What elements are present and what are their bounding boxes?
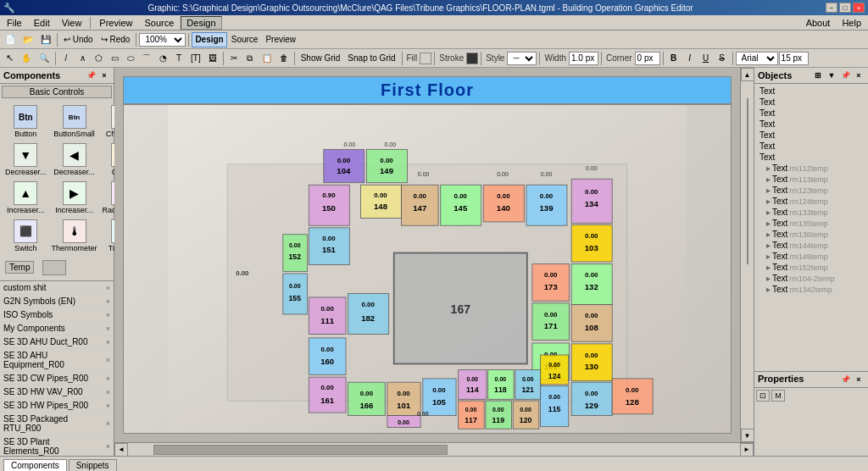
scroll-up-button[interactable]: ▲	[741, 68, 754, 81]
comp-button-small[interactable]: Btn ButtonSmall	[50, 103, 99, 140]
lib-item-cw-pipes[interactable]: SE 3D CW Pipes_R00 ×	[0, 372, 114, 385]
save-button[interactable]: 💾	[37, 32, 54, 47]
obj-rm133temp[interactable]: ▸ Text rm133temp	[756, 207, 866, 218]
paste-button[interactable]: 📋	[259, 51, 275, 66]
text-tool[interactable]: T	[171, 51, 186, 66]
lib-item-my[interactable]: My Components ×	[0, 322, 114, 335]
design-mode-button[interactable]: Design	[192, 32, 226, 47]
lib-item-packaged-rtu[interactable]: SE 3D Packaged RTU_R00 ×	[0, 413, 114, 435]
obj-text-2[interactable]: Text	[756, 97, 866, 108]
pie-tool[interactable]: ◔	[155, 51, 170, 66]
comp-thermometer[interactable]: 🌡 Thermometer	[50, 218, 99, 254]
components-pin-button[interactable]: 📌	[85, 69, 97, 81]
components-close-button[interactable]: ×	[98, 69, 110, 81]
undo-button[interactable]: ↩ Undo	[60, 32, 97, 47]
obj-rm123temp[interactable]: ▸ Text rm123temp	[756, 185, 866, 196]
zoom-tool[interactable]: 🔍	[36, 51, 53, 66]
objects-pin-button[interactable]: 📌	[839, 69, 851, 81]
comp-button[interactable]: Btn Button	[3, 103, 48, 140]
lib-item-custom[interactable]: custom shit ×	[0, 281, 114, 295]
strikethrough-button[interactable]: S	[715, 51, 730, 66]
tab-snippets[interactable]: Snippets	[69, 459, 117, 471]
insert-picture-tool[interactable]: 🖼	[205, 51, 220, 66]
menu-preview[interactable]: Preview	[94, 17, 137, 29]
obj-rm135temp[interactable]: ▸ Text rm135temp	[756, 218, 866, 229]
obj-text-3[interactable]: Text	[756, 108, 866, 119]
obj-text-7[interactable]: Text	[756, 152, 866, 163]
fill-color-swatch[interactable]	[420, 53, 431, 64]
scroll-tool[interactable]: ✋	[18, 51, 35, 66]
properties-pin-button[interactable]: 📌	[839, 374, 851, 385]
objects-close-button[interactable]: ×	[853, 69, 865, 81]
obj-rm113temp[interactable]: ▸ Text rm113temp	[756, 174, 866, 185]
redo-button[interactable]: ↪ Redo	[97, 32, 134, 47]
menu-help[interactable]: Help	[837, 17, 866, 29]
canvas-horizontal-scrollbar[interactable]: ◄ ►	[114, 442, 754, 456]
objects-icon-2[interactable]: ▼	[826, 69, 837, 81]
corner-input[interactable]	[635, 52, 660, 65]
ellipse-tool[interactable]: ⬭	[123, 51, 138, 66]
obj-rm144temp[interactable]: ▸ Text rm144temp	[756, 240, 866, 251]
comp-increaser-tri[interactable]: ▲ Increaser...	[3, 180, 48, 216]
menu-file[interactable]: File	[2, 17, 27, 29]
preview-mode-button[interactable]: Preview	[262, 32, 299, 47]
obj-rm112temp[interactable]: ▸ Text rm112temp	[756, 163, 866, 174]
menu-about[interactable]: About	[801, 17, 836, 29]
obj-text-5[interactable]: Text	[756, 130, 866, 141]
obj-rm1342temp[interactable]: ▸ Text rm1342temp	[756, 284, 866, 295]
font-size-input[interactable]	[779, 52, 809, 65]
scroll-left-button[interactable]: ◄	[114, 443, 128, 457]
obj-rm152temp[interactable]: ▸ Text rm152temp	[756, 262, 866, 273]
show-grid-button[interactable]: Show Grid	[298, 51, 344, 66]
delete-button[interactable]: 🗑	[276, 51, 292, 66]
scroll-right-button[interactable]: ►	[740, 443, 754, 457]
objects-icon-1[interactable]: ⊞	[812, 69, 824, 81]
obj-rm1042temp[interactable]: ▸ Text rm104-2temp	[756, 273, 866, 284]
copy-button[interactable]: ⧉	[242, 51, 258, 66]
lib-item-ahu-duct[interactable]: SE 3D AHU Duct_R00 ×	[0, 335, 114, 349]
obj-text-6[interactable]: Text	[756, 141, 866, 152]
obj-rm124temp[interactable]: ▸ Text rm124temp	[756, 196, 866, 207]
properties-icon-btn1[interactable]: ⊡	[756, 390, 770, 402]
lib-item-g2n[interactable]: G2N Symbols (EN) ×	[0, 295, 114, 308]
width-input[interactable]	[569, 52, 598, 65]
rectangle-tool[interactable]: ▭	[107, 51, 122, 66]
source-mode-button[interactable]: Source	[228, 32, 262, 47]
arc-tool[interactable]: ⌒	[139, 51, 154, 66]
scroll-track-h[interactable]	[153, 445, 448, 455]
scroll-down-button[interactable]: ▼	[741, 429, 754, 442]
menu-edit[interactable]: Edit	[29, 17, 55, 29]
italic-button[interactable]: I	[682, 51, 698, 66]
canvas-area[interactable]: First Floor	[114, 68, 740, 442]
properties-close-button[interactable]: ×	[853, 374, 865, 385]
scroll-track-v[interactable]	[747, 98, 748, 264]
comp-switch[interactable]: ⬛ Switch	[3, 218, 48, 254]
close-button[interactable]: ×	[853, 3, 865, 13]
obj-text-4[interactable]: Text	[756, 119, 866, 130]
obj-rm149temp[interactable]: ▸ Text rm149temp	[756, 251, 866, 262]
comp-decreaser-tri[interactable]: ▼ Decreaser...	[3, 141, 48, 178]
comp-decreaser-arr[interactable]: ◀ Decreaser...	[50, 141, 99, 178]
open-button[interactable]: 📂	[19, 32, 36, 47]
lib-item-hw-pipes[interactable]: SE 3D HW Pipes_R00 ×	[0, 399, 114, 413]
select-tool[interactable]: ↖	[2, 51, 17, 66]
maximize-button[interactable]: □	[839, 3, 851, 13]
style-dropdown[interactable]: ─	[507, 52, 537, 65]
polyline-tool[interactable]: ∧	[75, 51, 90, 66]
line-tool[interactable]: /	[58, 51, 74, 66]
minimize-button[interactable]: −	[826, 3, 837, 13]
textbox-tool[interactable]: [T]	[187, 51, 204, 66]
canvas-vertical-scrollbar[interactable]: ▲ ▼	[740, 68, 754, 442]
lib-item-iso[interactable]: ISO Symbols ×	[0, 308, 114, 322]
obj-text-1[interactable]: Text	[756, 86, 866, 97]
cut-button[interactable]: ✂	[226, 51, 242, 66]
snap-to-grid-button[interactable]: Snap to Grid	[344, 51, 398, 66]
zoom-dropdown[interactable]: 100% 75% 50% 150% 200%	[139, 33, 186, 47]
new-button[interactable]: 📄	[2, 32, 19, 47]
lib-item-plant-elements[interactable]: SE 3D Plant Elements_R00 ×	[0, 435, 114, 456]
lib-item-hw-vav[interactable]: SE 3D HW VAV_R00 ×	[0, 385, 114, 399]
polygon-tool[interactable]: ⬠	[91, 51, 106, 66]
bold-button[interactable]: B	[666, 51, 682, 66]
properties-icon-btn2[interactable]: M	[771, 390, 785, 402]
font-dropdown[interactable]: Arial	[736, 52, 778, 65]
